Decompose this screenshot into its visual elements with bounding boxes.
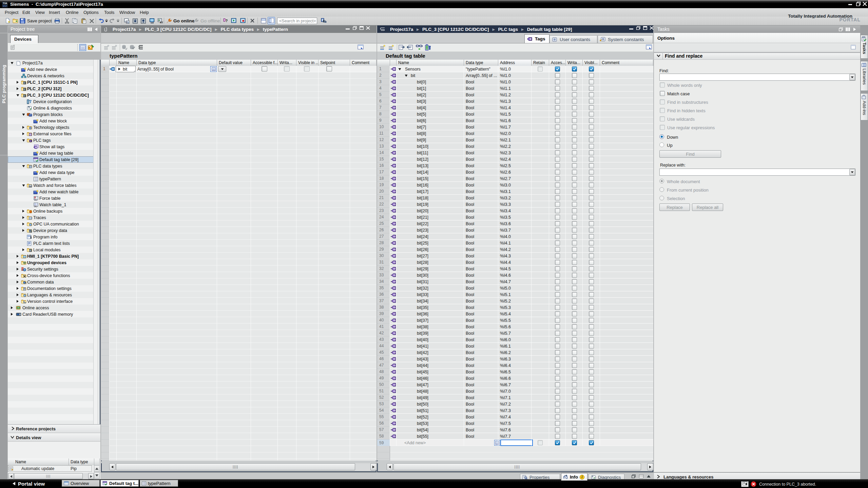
svg-text:?: ?: [226, 19, 228, 23]
svg-text:RT: RT: [160, 21, 163, 24]
svg-text:01: 01: [127, 21, 129, 23]
